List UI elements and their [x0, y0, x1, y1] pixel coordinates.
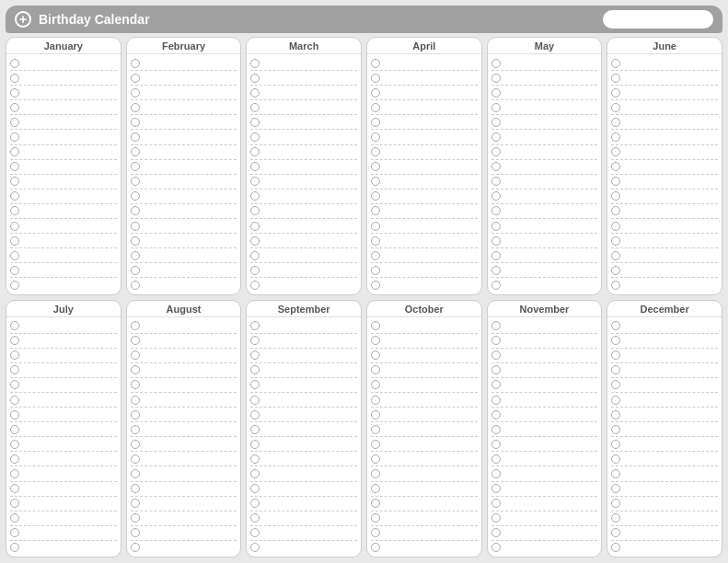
- entry-row[interactable]: [10, 100, 117, 115]
- entry-row[interactable]: [131, 526, 237, 541]
- entry-row[interactable]: [250, 511, 357, 526]
- entry-row[interactable]: [250, 175, 357, 190]
- entry-row[interactable]: [10, 145, 117, 160]
- entry-row[interactable]: [611, 234, 718, 248]
- entry-row[interactable]: [250, 263, 357, 278]
- entry-row[interactable]: [131, 497, 237, 511]
- entry-row[interactable]: [611, 349, 718, 363]
- entry-row[interactable]: [250, 466, 357, 481]
- entry-row[interactable]: [131, 263, 237, 278]
- entry-row[interactable]: [10, 363, 117, 378]
- entry-row[interactable]: [371, 319, 478, 334]
- entry-row[interactable]: [371, 334, 478, 349]
- entry-row[interactable]: [491, 437, 598, 452]
- entry-row[interactable]: [250, 319, 357, 334]
- entry-row[interactable]: [371, 511, 478, 526]
- entry-row[interactable]: [250, 408, 357, 422]
- entry-row[interactable]: [371, 190, 478, 204]
- entry-row[interactable]: [371, 86, 478, 100]
- entry-row[interactable]: [131, 160, 237, 175]
- entry-row[interactable]: [10, 526, 117, 541]
- entry-row[interactable]: [371, 263, 478, 278]
- entry-row[interactable]: [611, 71, 718, 86]
- entry-row[interactable]: [250, 100, 357, 115]
- entry-row[interactable]: [611, 363, 718, 378]
- entry-row[interactable]: [10, 234, 117, 248]
- entry-row[interactable]: [491, 378, 598, 393]
- entry-row[interactable]: [250, 160, 357, 175]
- entry-row[interactable]: [131, 175, 237, 190]
- entry-row[interactable]: [250, 130, 357, 144]
- entry-row[interactable]: [371, 100, 478, 115]
- entry-row[interactable]: [131, 511, 237, 526]
- entry-row[interactable]: [611, 145, 718, 160]
- entry-row[interactable]: [10, 130, 117, 144]
- entry-row[interactable]: [131, 190, 237, 204]
- entry-row[interactable]: [131, 378, 237, 393]
- entry-row[interactable]: [611, 263, 718, 278]
- entry-row[interactable]: [10, 219, 117, 234]
- entry-row[interactable]: [131, 130, 237, 144]
- entry-row[interactable]: [611, 56, 718, 71]
- entry-row[interactable]: [611, 190, 718, 204]
- entry-row[interactable]: [250, 482, 357, 497]
- entry-row[interactable]: [250, 541, 357, 555]
- entry-row[interactable]: [611, 130, 718, 144]
- entry-row[interactable]: [131, 349, 237, 363]
- entry-row[interactable]: [491, 422, 598, 437]
- entry-row[interactable]: [491, 511, 598, 526]
- entry-row[interactable]: [250, 452, 357, 466]
- entry-row[interactable]: [611, 248, 718, 263]
- entry-row[interactable]: [371, 466, 478, 481]
- entry-row[interactable]: [611, 482, 718, 497]
- entry-row[interactable]: [371, 437, 478, 452]
- entry-row[interactable]: [611, 437, 718, 452]
- entry-row[interactable]: [371, 56, 478, 71]
- entry-row[interactable]: [491, 541, 598, 555]
- entry-row[interactable]: [131, 115, 237, 130]
- entry-row[interactable]: [371, 349, 478, 363]
- entry-row[interactable]: [611, 526, 718, 541]
- entry-row[interactable]: [10, 115, 117, 130]
- entry-row[interactable]: [611, 278, 718, 292]
- entry-row[interactable]: [611, 115, 718, 130]
- entry-row[interactable]: [371, 541, 478, 555]
- entry-row[interactable]: [491, 234, 598, 248]
- entry-row[interactable]: [131, 422, 237, 437]
- entry-row[interactable]: [491, 190, 598, 204]
- entry-row[interactable]: [10, 263, 117, 278]
- entry-row[interactable]: [10, 408, 117, 422]
- entry-row[interactable]: [131, 145, 237, 160]
- entry-row[interactable]: [611, 175, 718, 190]
- entry-row[interactable]: [371, 526, 478, 541]
- entry-row[interactable]: [10, 422, 117, 437]
- entry-row[interactable]: [250, 145, 357, 160]
- entry-row[interactable]: [491, 100, 598, 115]
- entry-row[interactable]: [611, 497, 718, 511]
- entry-row[interactable]: [131, 219, 237, 234]
- entry-row[interactable]: [491, 145, 598, 160]
- entry-row[interactable]: [131, 86, 237, 100]
- entry-row[interactable]: [491, 175, 598, 190]
- entry-row[interactable]: [131, 319, 237, 334]
- entry-row[interactable]: [371, 482, 478, 497]
- entry-row[interactable]: [10, 511, 117, 526]
- add-icon[interactable]: +: [15, 11, 31, 28]
- entry-row[interactable]: [131, 204, 237, 219]
- entry-row[interactable]: [250, 393, 357, 408]
- search-input[interactable]: [603, 10, 713, 29]
- entry-row[interactable]: [131, 334, 237, 349]
- entry-row[interactable]: [250, 190, 357, 204]
- entry-row[interactable]: [10, 349, 117, 363]
- entry-row[interactable]: [250, 115, 357, 130]
- entry-row[interactable]: [10, 393, 117, 408]
- entry-row[interactable]: [10, 497, 117, 511]
- entry-row[interactable]: [131, 363, 237, 378]
- entry-row[interactable]: [611, 100, 718, 115]
- entry-row[interactable]: [10, 278, 117, 292]
- entry-row[interactable]: [491, 349, 598, 363]
- entry-row[interactable]: [611, 393, 718, 408]
- entry-row[interactable]: [491, 497, 598, 511]
- entry-row[interactable]: [491, 219, 598, 234]
- entry-row[interactable]: [371, 204, 478, 219]
